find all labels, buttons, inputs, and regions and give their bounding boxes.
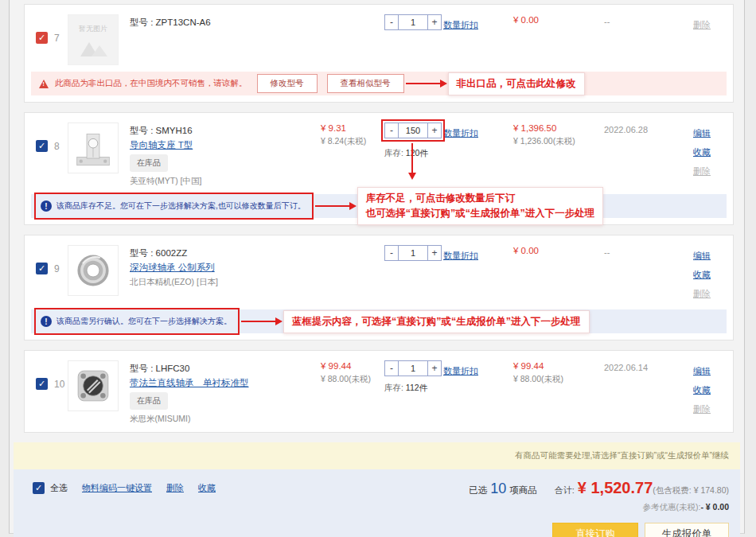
item-8-delete-link[interactable]: 删除 (693, 161, 711, 181)
item-10-stock-badge: 在库品 (130, 392, 168, 410)
item-8-date: 2022.06.28 (604, 123, 693, 134)
item-7-qty-minus-button[interactable]: - (384, 14, 399, 30)
item-7-index: 7 (54, 33, 60, 44)
item-9-qty-plus-button[interactable]: + (427, 245, 442, 261)
item-7-date: -- (604, 14, 693, 26)
item-8-unit-price: ¥ 9.31 (321, 123, 384, 133)
item-8-product-name-link[interactable]: 导向轴支座 T型 (130, 138, 193, 152)
item-9-product-image[interactable] (68, 245, 119, 296)
info-icon: ! (41, 200, 52, 212)
selected-count: 10 (490, 481, 506, 497)
item-8-qty-minus-button[interactable]: - (384, 123, 399, 138)
material-code-setting-link[interactable]: 物料编码一键设置 (82, 482, 152, 494)
item-10-qty-value[interactable]: 1 (399, 360, 427, 376)
item-9-qty-minus-button[interactable]: - (384, 245, 399, 261)
item-9-delete-link[interactable]: 删除 (693, 284, 711, 303)
no-image-label: 暂无图片 (79, 24, 107, 34)
total-label: 合计: (555, 484, 575, 496)
favorite-selected-link[interactable]: 收藏 (198, 482, 216, 494)
item-9-maker: 北日本精机(EZO) [日本] (130, 274, 321, 289)
item-9-index: 9 (54, 263, 60, 274)
annotation-arrow-right (315, 205, 350, 207)
item-9-notice-text: 该商品需另行确认。您可在下一步选择解决方案。 (57, 316, 232, 327)
item-7-view-similar-button[interactable]: 查看相似型号 (327, 74, 404, 93)
info-icon: ! (41, 316, 52, 327)
item-9-product-name-link[interactable]: 深沟球轴承 公制系列 (130, 260, 215, 274)
item-8-product-image[interactable] (68, 123, 119, 173)
item-7-model: 型号 : ZPT13CN-A6 (130, 15, 321, 29)
item-10-product-image[interactable] (68, 360, 119, 411)
item-7-warning-text: 此商品为非出口品，在中国境内不可销售，请谅解。 (55, 78, 247, 89)
cart-item-10: ✓ 10 型号 : LHFC30 带法兰直线轴承 单衬标准型 (24, 350, 734, 433)
item-8-qty-value[interactable]: 150 (399, 123, 427, 138)
cart-item-9: ✓ 9 型号 : 6002ZZ 深沟球轴承 公制系列 北日本精机(EZO) [日… (24, 235, 734, 340)
warning-triangle-icon (39, 80, 49, 88)
cart-item-7: ✓ 7 暂无图片 型号 : ZPT13CN-A6 - 1 + (24, 4, 734, 103)
item-8-index: 8 (54, 141, 60, 152)
item-7-export-warning-bar: 此商品为非出口品，在中国境内不可销售，请谅解。 修改型号 查看相似型号 非出口品… (31, 72, 727, 95)
item-8-annotation-callout: 库存不足，可点击修改数量后下订 也可选择“直接订购”或“生成报价单”进入下一步处… (357, 187, 604, 225)
item-7-annotation-callout: 非出口品，可点击此处修改 (448, 72, 585, 95)
item-10-date: 2022.06.14 (604, 360, 693, 372)
generate-quote-button[interactable]: 生成报价单 (645, 523, 729, 537)
item-9-confirmation-notice: ! 该商品需另行确认。您可在下一步选择解决方案。 蓝框提示内容，可选择“直接订购… (31, 309, 727, 333)
item-10-qty-plus-button[interactable]: + (427, 360, 442, 376)
item-8-favorite-link[interactable]: 收藏 (693, 142, 711, 161)
item-10-total-price: ¥ 99.44 (513, 361, 604, 371)
item-7-checkbox[interactable]: ✓ (36, 32, 48, 44)
item-10-quantity-discount-link[interactable]: 数量折扣 (443, 366, 478, 376)
item-9-checkbox[interactable]: ✓ (36, 263, 48, 274)
item-9-date: -- (604, 245, 693, 257)
item-8-checkbox[interactable]: ✓ (36, 140, 48, 152)
notice-highlight-box: ! 该商品库存不足。您可在下一步选择解决方案,也可以修改数量后下订。 (34, 193, 314, 220)
delete-selected-link[interactable]: 删除 (166, 482, 184, 494)
cart-summary-footer: ✓ 全选 物料编码一键设置 删除 收藏 已选 10 项商品 合计: ¥ 1,52… (14, 469, 740, 537)
item-9-quantity-discount-link[interactable]: 数量折扣 (443, 251, 478, 260)
item-7-total-price: ¥ 0.00 (513, 15, 604, 25)
item-10-checkbox[interactable]: ✓ (36, 378, 48, 390)
item-8-quantity-discount-link[interactable]: 数量折扣 (443, 128, 478, 138)
process-hint-text: 有商品可能需要处理,请选择“直接订购”或“生成报价单”继续 (515, 450, 729, 461)
item-8-edit-link[interactable]: 编辑 (693, 123, 711, 142)
item-7-modify-model-button[interactable]: 修改型号 (257, 74, 318, 93)
item-9-edit-link[interactable]: 编辑 (693, 246, 711, 265)
notice-highlight-box: ! 该商品需另行确认。您可在下一步选择解决方案。 (34, 308, 240, 335)
item-10-unit-price-tax: ¥ 88.00(未税) (321, 374, 384, 385)
item-9-favorite-link[interactable]: 收藏 (693, 265, 711, 284)
ball-bearing-image (70, 247, 116, 294)
flanged-bushing-image (70, 363, 116, 409)
item-10-maker: 米思米(MISUMI) (130, 411, 321, 426)
item-10-qty-minus-button[interactable]: - (384, 360, 399, 376)
item-7-delete-link[interactable]: 删除 (693, 15, 711, 34)
item-10-model: 型号 : LHFC30 (130, 361, 321, 376)
cart-page: ✓ 7 暂无图片 型号 : ZPT13CN-A6 - 1 + (9, 0, 745, 534)
item-10-unit-price: ¥ 99.44 (321, 361, 384, 371)
total-amount: ¥ 1,520.77 (578, 479, 653, 497)
annotation-arrow-right (406, 83, 441, 84)
item-10-edit-link[interactable]: 编辑 (693, 361, 711, 380)
item-8-total-price-tax: ¥ 1,236.00(未税) (513, 136, 604, 147)
direct-order-button[interactable]: 直接订购 (552, 523, 638, 537)
item-8-stock: 库存: 120件 (384, 148, 443, 159)
select-all-checkbox[interactable]: ✓ (33, 482, 45, 494)
item-10-stock: 库存: 112件 (384, 383, 443, 394)
item-7-qty-plus-button[interactable]: + (427, 14, 442, 30)
item-7-qty-value[interactable]: 1 (399, 14, 427, 30)
item-10-favorite-link[interactable]: 收藏 (693, 380, 711, 399)
cart-item-8: ✓ 8 型号 : SMYH16 导向轴支座 T型 在库品 美亚特(MYT) [中… (24, 112, 734, 225)
item-10-delete-link[interactable]: 删除 (693, 399, 711, 418)
item-9-qty-value[interactable]: 1 (399, 245, 427, 261)
item-8-stock-shortage-notice: ! 该商品库存不足。您可在下一步选择解决方案,也可以修改数量后下订。 库存不足，… (31, 194, 727, 218)
selected-prefix: 已选 (469, 484, 487, 496)
item-9-total-price: ¥ 0.00 (513, 246, 604, 255)
mountain-icon (77, 36, 109, 56)
item-8-stock-badge: 在库品 (130, 154, 168, 172)
item-7-quantity-discount-link[interactable]: 数量折扣 (443, 20, 478, 29)
item-8-maker: 美亚特(MYT) [中国] (130, 173, 321, 188)
item-8-qty-highlight-box: - 150 + (381, 119, 445, 142)
item-10-total-price-tax: ¥ 88.00(未税) (513, 374, 604, 385)
tax-included-note: (包含税费: ¥ 174.80) (653, 485, 729, 496)
item-8-qty-plus-button[interactable]: + (427, 123, 442, 138)
item-10-product-name-link[interactable]: 带法兰直线轴承 单衬标准型 (130, 376, 249, 390)
item-8-model: 型号 : SMYH16 (130, 123, 321, 138)
